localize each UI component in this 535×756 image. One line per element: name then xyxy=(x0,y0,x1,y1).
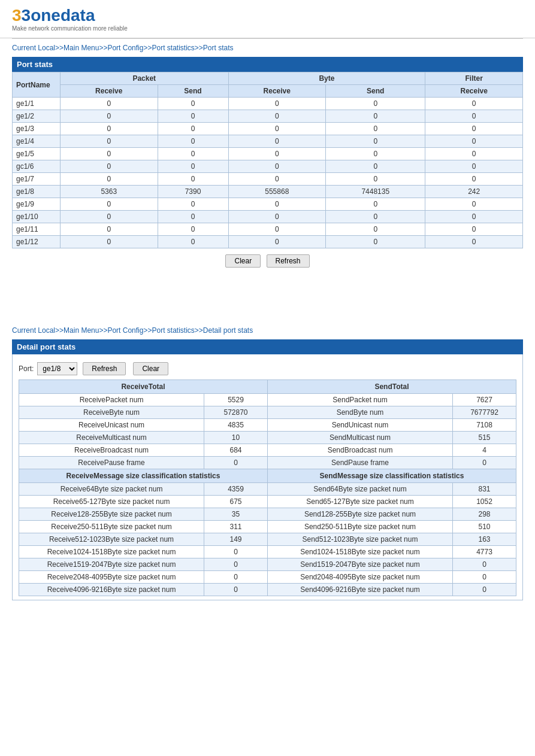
pkt-send-cell: 0 xyxy=(158,135,228,148)
send-section-header: SendMessage size classification statisti… xyxy=(267,469,516,483)
port-name-cell: ge1/1 xyxy=(13,98,61,110)
send-size-val: 831 xyxy=(453,483,516,496)
filter-recv-cell: 0 xyxy=(425,198,523,211)
port-select[interactable]: ge1/1ge1/2ge1/3ge1/4ge1/5gc1/6ge1/7ge1/8… xyxy=(37,362,77,375)
table-row: ge1/11 0 0 0 0 0 xyxy=(13,223,523,236)
detail-size-row: Receive64Byte size packet num 4359 Send6… xyxy=(19,483,516,496)
breadcrumb2: Current Local>>Main Menu>>Port Config>>P… xyxy=(0,321,535,339)
send-val-cell: 515 xyxy=(453,432,516,444)
table-row: gc1/6 0 0 0 0 0 xyxy=(13,160,523,173)
filter-recv-cell: 0 xyxy=(425,223,523,236)
clear-button[interactable]: Clear xyxy=(225,254,261,268)
byte-recv-cell: 0 xyxy=(228,236,326,248)
logo-tagline: Make network communication more reliable xyxy=(12,25,523,32)
filter-recv-cell: 242 xyxy=(425,186,523,198)
port-name-cell: ge1/11 xyxy=(13,223,61,236)
detail-size-row: Receive65-127Byte size packet num 675 Se… xyxy=(19,496,516,508)
detail-table-row: ReceiveMulticast num 10 SendMulticast nu… xyxy=(19,432,516,444)
recv-size-label: Receive1519-2047Byte size packet num xyxy=(19,558,204,571)
send-size-val: 0 xyxy=(453,584,516,596)
table-row: ge1/8 5363 7390 555868 7448135 242 xyxy=(13,186,523,198)
pkt-recv-cell: 0 xyxy=(61,173,158,186)
send-val-cell: 7677792 xyxy=(453,406,516,419)
detail-section-header-row: ReceiveMessage size classification stati… xyxy=(19,469,516,483)
filter-recv-cell: 0 xyxy=(425,123,523,135)
byte-send-cell: 0 xyxy=(326,110,425,123)
pkt-send-cell: 0 xyxy=(158,211,228,223)
table-row: ge1/1 0 0 0 0 0 xyxy=(13,98,523,110)
send-size-label: Send1024-1518Byte size packet num xyxy=(267,546,452,558)
port-name-cell: gc1/6 xyxy=(13,160,61,173)
pkt-send-cell: 0 xyxy=(158,160,228,173)
byte-recv-cell: 0 xyxy=(228,148,326,160)
recv-val-cell: 5529 xyxy=(204,394,268,406)
byte-recv-cell: 0 xyxy=(228,98,326,110)
filter-recv-cell: 0 xyxy=(425,135,523,148)
filter-recv-cell: 0 xyxy=(425,148,523,160)
table-row: ge1/10 0 0 0 0 0 xyxy=(13,211,523,223)
detail-table-row: ReceivePacket num 5529 SendPacket num 76… xyxy=(19,394,516,406)
recv-size-val: 0 xyxy=(204,571,268,584)
clear-button2[interactable]: Clear xyxy=(133,362,168,375)
pkt-send-cell: 0 xyxy=(158,236,228,248)
send-label-cell: SendPause frame xyxy=(267,457,452,469)
port-stats-table: PortName Packet Byte Filter Receive Send… xyxy=(12,72,523,248)
filter-recv-cell: 0 xyxy=(425,160,523,173)
send-size-label: Send512-1023Byte size packet num xyxy=(267,533,452,546)
pkt-send-cell: 0 xyxy=(158,123,228,135)
byte-send-cell: 0 xyxy=(326,198,425,211)
byte-recv-cell: 0 xyxy=(228,173,326,186)
byte-recv-cell: 0 xyxy=(228,223,326,236)
send-size-label: Send2048-4095Byte size packet num xyxy=(267,571,452,584)
byte-recv-cell: 0 xyxy=(228,160,326,173)
detail-size-row: Receive2048-4095Byte size packet num 0 S… xyxy=(19,571,516,584)
port-name-cell: ge1/10 xyxy=(13,211,61,223)
header: 33onedata Make network communication mor… xyxy=(0,0,535,38)
byte-recv-cell: 0 xyxy=(228,110,326,123)
send-size-label: Send64Byte size packet num xyxy=(267,483,452,496)
pkt-send-cell: 0 xyxy=(158,223,228,236)
byte-send-cell: 0 xyxy=(326,135,425,148)
refresh-button[interactable]: Refresh xyxy=(267,254,310,268)
detail-table-row: ReceiveBroadcast num 684 SendBroadcast n… xyxy=(19,444,516,457)
send-label-cell: SendPacket num xyxy=(267,394,452,406)
send-val-cell: 7108 xyxy=(453,419,516,432)
send-size-val: 1052 xyxy=(453,496,516,508)
byte-send-header: Send xyxy=(326,85,425,98)
table-row: ge1/4 0 0 0 0 0 xyxy=(13,135,523,148)
recv-size-val: 311 xyxy=(204,521,268,533)
detail-stats-table: ReceiveTotal SendTotal ReceivePacket num… xyxy=(19,379,516,596)
pkt-send-cell: 0 xyxy=(158,173,228,186)
byte-recv-cell: 0 xyxy=(228,123,326,135)
pkt-recv-cell: 0 xyxy=(61,211,158,223)
port-name-cell: ge1/12 xyxy=(13,236,61,248)
recv-label-cell: ReceiveMulticast num xyxy=(19,432,204,444)
recv-val-cell: 0 xyxy=(204,457,268,469)
recv-size-label: Receive128-255Byte size packet num xyxy=(19,508,204,521)
byte-receive-header: Receive xyxy=(228,85,326,98)
pkt-recv-cell: 0 xyxy=(61,160,158,173)
byte-recv-cell: 0 xyxy=(228,211,326,223)
recv-size-val: 35 xyxy=(204,508,268,521)
port-select-row: Port: ge1/1ge1/2ge1/3ge1/4ge1/5gc1/6ge1/… xyxy=(19,358,516,379)
send-total-header: SendTotal xyxy=(267,380,516,394)
pkt-recv-cell: 0 xyxy=(61,135,158,148)
recv-label-cell: ReceivePacket num xyxy=(19,394,204,406)
send-size-label: Send4096-9216Byte size packet num xyxy=(267,584,452,596)
port-name-cell: ge1/3 xyxy=(13,123,61,135)
byte-send-cell: 0 xyxy=(326,160,425,173)
pkt-send-cell: 7390 xyxy=(158,186,228,198)
filter-recv-cell: 0 xyxy=(425,173,523,186)
byte-send-cell: 0 xyxy=(326,236,425,248)
breadcrumb1: Current Local>>Main Menu>>Port Config>>P… xyxy=(0,39,535,57)
send-label-cell: SendUnicast num xyxy=(267,419,452,432)
refresh-button2[interactable]: Refresh xyxy=(83,362,126,375)
detail-table-row: ReceiveByte num 572870 SendByte num 7677… xyxy=(19,406,516,419)
byte-send-cell: 0 xyxy=(326,148,425,160)
port-label: Port: xyxy=(19,365,34,373)
pkt-receive-header: Receive xyxy=(61,85,158,98)
send-val-cell: 7627 xyxy=(453,394,516,406)
filter-recv-cell: 0 xyxy=(425,98,523,110)
detail-size-row: Receive4096-9216Byte size packet num 0 S… xyxy=(19,584,516,596)
pkt-send-cell: 0 xyxy=(158,98,228,110)
